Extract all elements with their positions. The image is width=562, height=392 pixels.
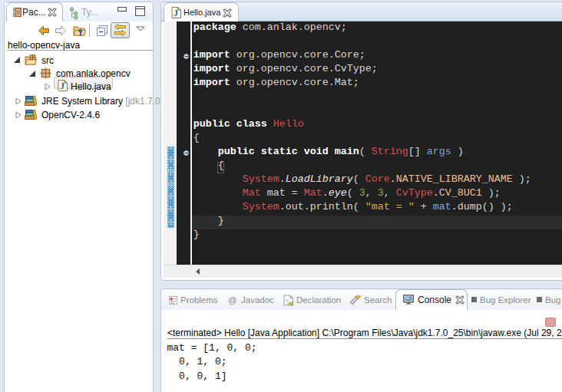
svg-text:J: J	[174, 8, 178, 18]
svg-text:J: J	[60, 81, 64, 91]
